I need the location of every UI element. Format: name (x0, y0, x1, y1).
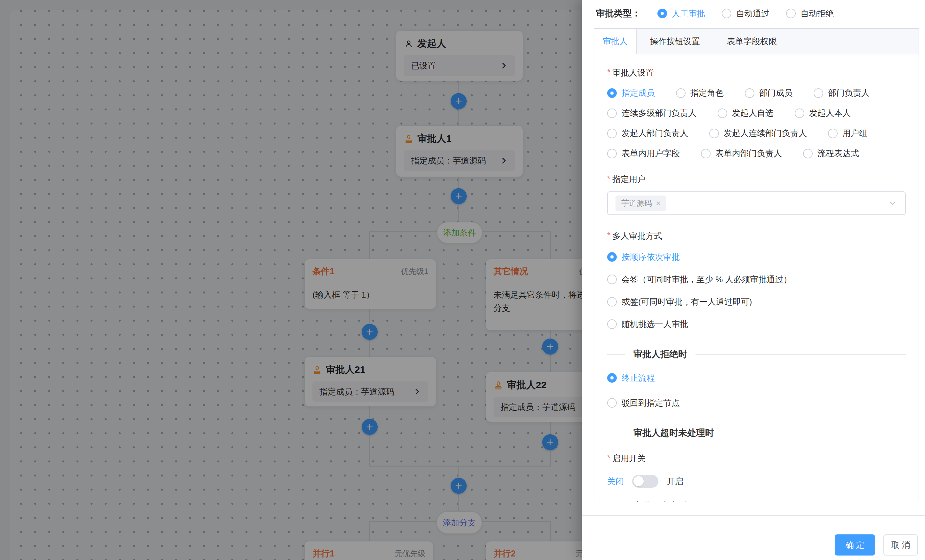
radio-return-to-node[interactable]: 驳回到指定节点 (607, 396, 906, 410)
radio-icon (607, 398, 617, 408)
radio-sequential-approve[interactable]: 按顺序依次审批 (607, 250, 906, 264)
radio-dept-member[interactable]: 部门成员 (745, 87, 792, 99)
radio-icon (607, 297, 617, 307)
radio-label: 发起人本人 (809, 107, 851, 119)
radio-icon (607, 129, 617, 138)
radio-label: 指定角色 (690, 87, 724, 99)
radio-label: 终止流程 (622, 372, 655, 384)
approver-setting-options-row4: 表单内用户字段 表单内部门负责人 流程表达式 (607, 148, 906, 159)
radio-or-sign[interactable]: 或签(可同时审批，有一人通过即可) (607, 295, 906, 309)
chevron-down-icon (888, 199, 898, 208)
timeout-switch-row: 关闭 开启 (607, 474, 906, 489)
radio-label: 连续多级部门负责人 (622, 107, 696, 119)
radio-multi-level-dept-leader[interactable]: 连续多级部门负责人 (607, 107, 696, 119)
approver-setting-label: * 审批人设置 (607, 67, 906, 78)
radio-label: 会签（可同时审批，至少 % 人必须审批通过） (622, 274, 792, 285)
radio-icon (722, 9, 731, 18)
assign-user-select[interactable]: 芋道源码 × (607, 191, 906, 215)
empty-approver-divider: 审批人为空时 (607, 499, 906, 502)
tab-form-field-permission[interactable]: 表单字段权限 (713, 29, 790, 54)
radio-random-one[interactable]: 随机挑选一人审批 (607, 317, 906, 331)
radio-label: 或签(可同时审批，有一人通过即可) (622, 296, 752, 307)
radio-user-group[interactable]: 用户组 (828, 128, 868, 139)
radio-label: 部门负责人 (828, 87, 870, 99)
radio-label: 发起人自选 (732, 107, 774, 119)
radio-label: 自动通过 (736, 8, 770, 19)
radio-icon (814, 88, 823, 98)
radio-icon (657, 9, 667, 18)
radio-process-expression[interactable]: 流程表达式 (803, 148, 859, 159)
radio-icon (607, 108, 617, 118)
radio-terminate-process[interactable]: 终止流程 (607, 371, 906, 385)
radio-manual-approve[interactable]: 人工审批 (657, 8, 705, 19)
radio-label: 人工审批 (672, 8, 705, 19)
drawer-footer-divider (582, 515, 925, 516)
radio-icon (828, 129, 838, 138)
radio-starter-multi-dept-leader[interactable]: 发起人连续部门负责人 (709, 128, 807, 139)
tabs-header: 审批人 操作按钮设置 表单字段权限 (594, 29, 919, 54)
radio-countersign[interactable]: 会签（可同时审批，至少 % 人必须审批通过） (607, 272, 906, 286)
radio-label: 发起人连续部门负责人 (724, 128, 807, 139)
radio-label: 驳回到指定节点 (622, 397, 680, 409)
required-asterisk: * (607, 453, 610, 462)
radio-icon (607, 275, 617, 284)
radio-label: 随机挑选一人审批 (622, 319, 688, 330)
tab-approver[interactable]: 审批人 (594, 29, 637, 54)
confirm-button[interactable]: 确 定 (835, 534, 875, 555)
radio-icon (607, 319, 617, 329)
radio-form-user-field[interactable]: 表单内用户字段 (607, 148, 680, 159)
approver-config-drawer: 审批类型： 人工审批 自动通过 自动拒绝 审批人 操作按钮设置 表单字段权限 *… (582, 0, 925, 560)
radio-icon (676, 88, 685, 98)
tag-remove-icon[interactable]: × (656, 199, 661, 208)
radio-icon (803, 149, 813, 158)
radio-label: 用户组 (842, 128, 868, 139)
tab-button-settings[interactable]: 操作按钮设置 (637, 29, 713, 54)
assign-user-label: * 指定用户 (607, 174, 906, 185)
radio-label: 表单内部门负责人 (716, 148, 782, 159)
radio-label: 按顺序依次审批 (622, 251, 680, 263)
approver-setting-options-row3: 发起人部门负责人 发起人连续部门负责人 用户组 (607, 128, 906, 139)
radio-assign-role[interactable]: 指定角色 (676, 87, 724, 99)
required-asterisk: * (607, 67, 610, 77)
divider-line (607, 354, 625, 355)
radio-dept-leader[interactable]: 部门负责人 (814, 87, 870, 99)
radio-icon (701, 149, 711, 158)
switch-off-label: 关闭 (607, 476, 624, 487)
reject-options: 终止流程 驳回到指定节点 (607, 371, 906, 410)
divider-line (722, 433, 906, 433)
multi-mode-options: 按顺序依次审批 会签（可同时审批，至少 % 人必须审批通过） 或签(可同时审批，… (607, 250, 906, 331)
radio-label: 自动拒绝 (800, 8, 834, 19)
switch-knob (633, 476, 644, 486)
required-asterisk: * (607, 230, 610, 240)
config-tabs-card: 审批人 操作按钮设置 表单字段权限 * 审批人设置 指定成员 指定角色 部门成员… (594, 28, 919, 502)
timeout-section-title: 审批人超时未处理时 (625, 427, 722, 439)
approver-setting-options-row1: 指定成员 指定角色 部门成员 部门负责人 (607, 87, 906, 99)
radio-starter-self-select[interactable]: 发起人自选 (718, 107, 774, 119)
radio-icon (709, 129, 719, 138)
timeout-enable-switch[interactable] (632, 475, 658, 488)
radio-icon (607, 88, 617, 98)
radio-assign-member[interactable]: 指定成员 (607, 87, 655, 99)
empty-approver-title: 审批人为空时 (625, 500, 696, 502)
tag-label: 芋道源码 (621, 198, 652, 208)
timeout-section-divider: 审批人超时未处理时 (607, 426, 906, 440)
radio-label: 指定成员 (622, 87, 655, 99)
workflow-designer: 发起人 已设置 审批人1 指定成员：芋道源码 添加条件 (0, 0, 925, 560)
selected-user-tag: 芋道源码 × (616, 196, 666, 211)
required-asterisk: * (607, 174, 610, 184)
multi-mode-label: * 多人审批方式 (607, 230, 906, 242)
radio-form-dept-leader[interactable]: 表单内部门负责人 (701, 148, 782, 159)
radio-label: 发起人部门负责人 (622, 128, 688, 139)
radio-starter-self[interactable]: 发起人本人 (795, 107, 851, 119)
radio-icon (786, 9, 796, 18)
reject-section-divider: 审批人拒绝时 (607, 347, 906, 361)
divider-line (696, 354, 906, 355)
enable-switch-label: * 启用开关 (607, 453, 906, 464)
radio-icon (607, 149, 617, 158)
radio-starter-dept-leader[interactable]: 发起人部门负责人 (607, 128, 688, 139)
cancel-button[interactable]: 取 消 (883, 534, 918, 555)
radio-auto-pass[interactable]: 自动通过 (722, 8, 770, 19)
radio-label: 表单内用户字段 (622, 148, 680, 159)
radio-label: 流程表达式 (818, 148, 859, 159)
radio-auto-reject[interactable]: 自动拒绝 (786, 8, 834, 19)
